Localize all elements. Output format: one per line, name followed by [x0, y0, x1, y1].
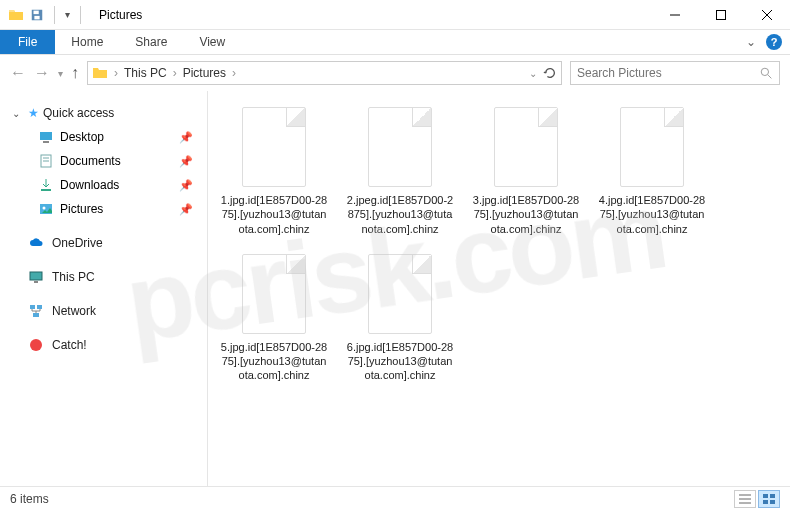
sidebar-thispc[interactable]: This PC — [0, 265, 207, 289]
address-row: ← → ▾ ↑ › This PC › Pictures › ⌄ — [0, 55, 790, 91]
svg-rect-26 — [763, 494, 768, 498]
file-icon — [242, 107, 306, 187]
file-item[interactable]: 2.jpeg.id[1E857D00-2875].[yuzhou13@tutan… — [346, 107, 454, 236]
svg-line-8 — [768, 75, 771, 78]
recent-dropdown-icon[interactable]: ▾ — [58, 68, 63, 79]
svg-rect-28 — [763, 500, 768, 504]
minimize-button[interactable] — [652, 0, 698, 30]
qat-save-icon[interactable] — [30, 8, 44, 22]
sidebar-onedrive[interactable]: OneDrive — [0, 231, 207, 255]
file-name: 4.jpg.id[1E857D00-2875].[yuzhou13@tutano… — [598, 193, 706, 236]
svg-rect-2 — [34, 15, 39, 19]
svg-rect-20 — [37, 305, 42, 309]
file-item[interactable]: 3.jpg.id[1E857D00-2875].[yuzhou13@tutano… — [472, 107, 580, 236]
svg-rect-17 — [30, 272, 42, 280]
svg-rect-4 — [717, 10, 726, 19]
details-view-button[interactable] — [734, 490, 756, 508]
network-icon — [28, 303, 44, 319]
status-bar: 6 items — [0, 486, 790, 511]
chevron-right-icon[interactable]: › — [173, 66, 177, 80]
pin-icon: 📌 — [179, 203, 193, 216]
svg-rect-18 — [34, 281, 38, 283]
chevron-down-icon[interactable]: ⌄ — [12, 108, 24, 119]
sidebar-item-label: Catch! — [52, 338, 87, 352]
pin-icon: 📌 — [179, 179, 193, 192]
separator — [80, 6, 81, 24]
file-tab[interactable]: File — [0, 30, 55, 54]
desktop-icon — [38, 129, 54, 145]
item-count: 6 items — [10, 492, 49, 506]
sidebar-item-label: Network — [52, 304, 96, 318]
file-view[interactable]: 1.jpg.id[1E857D00-2875].[yuzhou13@tutano… — [208, 91, 790, 486]
file-icon — [368, 107, 432, 187]
sidebar-item-label: Downloads — [60, 178, 119, 192]
sidebar-item-label: OneDrive — [52, 236, 103, 250]
sidebar-item-desktop[interactable]: Desktop 📌 — [0, 125, 207, 149]
svg-rect-27 — [770, 494, 775, 498]
breadcrumb-thispc[interactable]: This PC — [124, 66, 167, 80]
svg-rect-9 — [40, 132, 52, 140]
breadcrumb-pictures[interactable]: Pictures — [183, 66, 226, 80]
search-icon[interactable] — [760, 67, 773, 80]
chevron-right-icon[interactable]: › — [232, 66, 236, 80]
tab-home[interactable]: Home — [55, 30, 119, 54]
file-item[interactable]: 5.jpg.id[1E857D00-2875].[yuzhou13@tutano… — [220, 254, 328, 383]
qat-dropdown-icon[interactable]: ▾ — [65, 9, 70, 20]
help-icon[interactable]: ? — [766, 34, 782, 50]
up-button[interactable]: ↑ — [71, 64, 79, 82]
ribbon: File Home Share View ⌄ ? — [0, 30, 790, 55]
sidebar-item-label: Pictures — [60, 202, 103, 216]
chevron-right-icon[interactable]: › — [114, 66, 118, 80]
catch-icon — [28, 337, 44, 353]
search-box[interactable] — [570, 61, 780, 85]
sidebar-quick-access[interactable]: ⌄ ★ Quick access — [0, 101, 207, 125]
file-item[interactable]: 1.jpg.id[1E857D00-2875].[yuzhou13@tutano… — [220, 107, 328, 236]
file-name: 2.jpeg.id[1E857D00-2875].[yuzhou13@tutan… — [346, 193, 454, 236]
svg-point-22 — [30, 339, 42, 351]
downloads-icon — [38, 177, 54, 193]
file-item[interactable]: 6.jpg.id[1E857D00-2875].[yuzhou13@tutano… — [346, 254, 454, 383]
sidebar-item-documents[interactable]: Documents 📌 — [0, 149, 207, 173]
svg-point-7 — [761, 68, 768, 75]
sidebar-item-downloads[interactable]: Downloads 📌 — [0, 173, 207, 197]
titlebar: ▾ Pictures — [0, 0, 790, 30]
ribbon-collapse-icon[interactable]: ⌄ — [746, 35, 756, 49]
svg-rect-1 — [34, 10, 39, 14]
svg-rect-19 — [30, 305, 35, 309]
cloud-icon — [28, 235, 44, 251]
file-name: 6.jpg.id[1E857D00-2875].[yuzhou13@tutano… — [346, 340, 454, 383]
svg-rect-29 — [770, 500, 775, 504]
maximize-button[interactable] — [698, 0, 744, 30]
address-dropdown-icon[interactable]: ⌄ — [529, 68, 537, 79]
sidebar-item-label: Desktop — [60, 130, 104, 144]
sidebar-item-label: Documents — [60, 154, 121, 168]
sidebar-network[interactable]: Network — [0, 299, 207, 323]
search-input[interactable] — [577, 66, 754, 80]
main-area: ⌄ ★ Quick access Desktop 📌 Documents 📌 D… — [0, 91, 790, 486]
tab-view[interactable]: View — [183, 30, 241, 54]
file-name: 1.jpg.id[1E857D00-2875].[yuzhou13@tutano… — [220, 193, 328, 236]
separator — [54, 6, 55, 24]
tab-share[interactable]: Share — [119, 30, 183, 54]
address-bar[interactable]: › This PC › Pictures › ⌄ — [87, 61, 562, 85]
icons-view-button[interactable] — [758, 490, 780, 508]
file-icon — [242, 254, 306, 334]
file-name: 3.jpg.id[1E857D00-2875].[yuzhou13@tutano… — [472, 193, 580, 236]
svg-rect-14 — [41, 189, 51, 191]
documents-icon — [38, 153, 54, 169]
folder-icon — [8, 7, 24, 23]
navigation-pane: ⌄ ★ Quick access Desktop 📌 Documents 📌 D… — [0, 91, 208, 486]
pin-icon: 📌 — [179, 155, 193, 168]
pc-icon — [28, 269, 44, 285]
forward-button[interactable]: → — [34, 64, 50, 82]
file-item[interactable]: 4.jpg.id[1E857D00-2875].[yuzhou13@tutano… — [598, 107, 706, 236]
svg-point-16 — [43, 207, 46, 210]
sidebar-catch[interactable]: Catch! — [0, 333, 207, 357]
back-button[interactable]: ← — [10, 64, 26, 82]
star-icon: ★ — [28, 106, 39, 120]
close-button[interactable] — [744, 0, 790, 30]
refresh-icon[interactable] — [543, 66, 557, 80]
sidebar-item-label: Quick access — [43, 106, 114, 120]
window-title: Pictures — [99, 8, 142, 22]
sidebar-item-pictures[interactable]: Pictures 📌 — [0, 197, 207, 221]
